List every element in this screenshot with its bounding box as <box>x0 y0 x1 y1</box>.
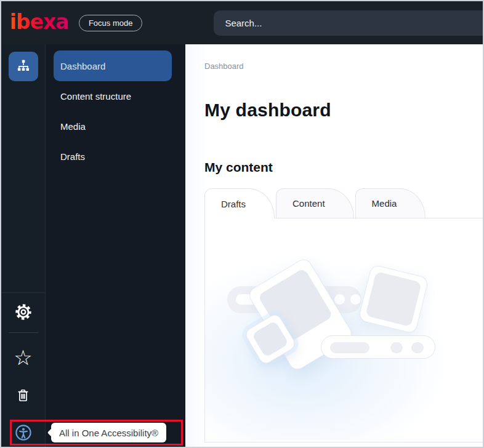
tab-label: Content <box>292 198 325 209</box>
trash-button[interactable] <box>9 383 38 410</box>
page-title: My dashboard <box>204 100 483 121</box>
gear-icon <box>14 302 33 324</box>
icon-rail: ☆ <box>1 44 46 447</box>
illustration-bar <box>321 335 435 359</box>
focus-mode-button[interactable]: Focus mode <box>79 15 143 31</box>
sidebar-item-content-structure[interactable]: Content structure <box>46 81 185 111</box>
sidebar-item-dashboard[interactable]: Dashboard <box>54 50 172 81</box>
tab-media[interactable]: Media <box>355 188 426 218</box>
sidebar-menu: Dashboard Content structure Media Drafts <box>46 44 185 447</box>
tab-label: Drafts <box>221 199 246 209</box>
accessibility-icon <box>14 423 33 444</box>
settings-button[interactable] <box>9 299 38 326</box>
drafts-tab-panel <box>204 218 483 442</box>
ibexa-logo[interactable]: ibexa <box>10 12 69 34</box>
sidebar-item-label: Dashboard <box>60 61 105 71</box>
sidebar-item-label: Media <box>60 121 86 132</box>
rail-divider <box>9 332 38 333</box>
rail-bottom-section: ☆ <box>1 292 45 447</box>
topbar: ibexa Focus mode <box>1 1 483 44</box>
section-title: My content <box>204 160 483 175</box>
content-structure-rail-button[interactable] <box>9 52 38 81</box>
sidebar-item-media[interactable]: Media <box>46 111 185 142</box>
sidebar-item-label: Drafts <box>60 151 85 162</box>
sidebar-item-label: Content structure <box>60 91 131 102</box>
my-content-tabs: Drafts Content Media <box>204 188 483 218</box>
tab-label: Media <box>372 198 397 209</box>
main-content: Dashboard My dashboard My content Drafts… <box>185 44 483 447</box>
star-icon: ☆ <box>14 347 32 368</box>
accessibility-tooltip: All in One Accessibility® <box>51 423 166 442</box>
accessibility-button[interactable] <box>9 420 38 447</box>
search-input[interactable] <box>214 10 483 36</box>
trash-icon <box>15 387 31 406</box>
tab-drafts[interactable]: Drafts <box>204 188 275 218</box>
sitemap-icon <box>15 58 31 76</box>
breadcrumb[interactable]: Dashboard <box>204 62 483 71</box>
bookmarks-button[interactable]: ☆ <box>9 345 38 372</box>
global-search <box>214 10 483 36</box>
sidebar-item-drafts[interactable]: Drafts <box>46 142 185 172</box>
empty-state-illustration <box>205 218 483 442</box>
ibexa-admin-window: ibexa Focus mode <box>0 0 484 448</box>
tab-content[interactable]: Content <box>276 188 354 218</box>
